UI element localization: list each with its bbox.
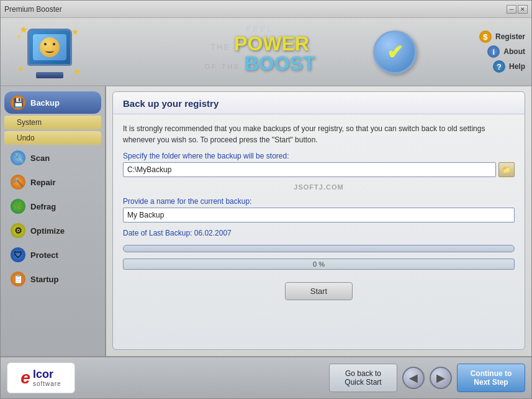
mascot-monitor xyxy=(27,29,72,66)
folder-field-group: Specify the folder where the backup will… xyxy=(123,152,515,177)
sidebar-item-repair[interactable]: 🔨 Repair xyxy=(4,171,101,193)
content-area: Back up your registry It is strongly rec… xyxy=(106,86,531,356)
folder-row: 📁 xyxy=(123,162,515,177)
register-button[interactable]: $ Register xyxy=(479,30,525,43)
header-tagline: FEEL THE POWER OF THE BOOST xyxy=(100,24,420,80)
panel-body: It is strongly recommended that you make… xyxy=(113,114,525,349)
title-bar: Premium Booster ─ ✕ xyxy=(1,1,531,18)
sidebar: 💾 Backup System Undo 🔧 Scan 🔨 Repair xyxy=(1,86,106,356)
footer: e lcor software Go back to Quick Start ◀… xyxy=(1,356,531,398)
next-button[interactable]: Continue to Next Step xyxy=(457,364,525,392)
folder-icon: 📁 xyxy=(502,166,511,174)
app-window: Premium Booster ─ ✕ ★ ★ ★ ★ ★ xyxy=(0,0,532,399)
star-icon: ★ xyxy=(16,33,22,40)
name-field-group: Provide a name for the current backup: xyxy=(123,197,515,222)
logo-e: e xyxy=(20,368,30,388)
star-icon: ★ xyxy=(73,66,81,76)
sidebar-item-scan[interactable]: 🔧 Scan xyxy=(4,147,101,169)
header: ★ ★ ★ ★ ★ xyxy=(1,18,531,86)
date-label: Date of Last Backup: 06.02.2007 xyxy=(123,229,515,237)
dollar-icon: $ xyxy=(479,30,492,43)
mascot-base xyxy=(36,72,63,78)
tagline-ofthe: OF THE xyxy=(205,63,241,73)
browse-button[interactable]: 📁 xyxy=(498,162,515,177)
footer-navigation: Go back to Quick Start ◀ ▶ Continue to N… xyxy=(329,364,525,392)
footer-logo: e lcor software xyxy=(7,362,75,393)
sidebar-item-optimize[interactable]: ⚙ Optimize xyxy=(4,219,101,242)
window-title: Premium Booster xyxy=(4,5,62,14)
tagline-the: THE xyxy=(210,43,230,53)
checkmark-icon: ✔ xyxy=(387,40,404,64)
defrag-icon: 🌿 xyxy=(11,199,25,214)
panel-header: Back up your registry xyxy=(113,92,525,114)
header-logo: ★ ★ ★ ★ ★ xyxy=(1,17,100,86)
sidebar-item-protect[interactable]: 🛡 Protect xyxy=(4,244,101,266)
startup-icon: 📋 xyxy=(11,272,25,287)
watermark: JSOFTJ.COM xyxy=(123,183,515,191)
back-button[interactable]: Go back to Quick Start xyxy=(329,364,397,392)
optimize-icon: ⚙ xyxy=(11,223,25,238)
folder-input[interactable] xyxy=(123,162,496,177)
left-arrow-icon: ◀ xyxy=(409,371,418,385)
star-icon: ★ xyxy=(17,65,24,73)
main-area: 💾 Backup System Undo 🔧 Scan 🔨 Repair xyxy=(1,86,531,356)
protect-icon: 🛡 xyxy=(11,247,25,262)
backup-icon: 💾 xyxy=(11,95,25,110)
progress-bar-2: 0 % xyxy=(123,259,515,270)
sidebar-item-backup[interactable]: 💾 Backup xyxy=(4,91,101,114)
name-input[interactable] xyxy=(123,208,515,222)
tagline-boost: BOOST xyxy=(245,53,315,73)
window-controls: ─ ✕ xyxy=(507,5,528,14)
name-label: Provide a name for the current backup: xyxy=(123,197,515,206)
help-button[interactable]: ? Help xyxy=(493,60,525,73)
sidebar-item-defrag[interactable]: 🌿 Defrag xyxy=(4,195,101,218)
sidebar-item-system[interactable]: System xyxy=(4,116,101,129)
star-icon: ★ xyxy=(71,27,79,37)
sidebar-item-startup[interactable]: 📋 Startup xyxy=(4,268,101,290)
progress-text: 0 % xyxy=(313,260,325,268)
next-arrow[interactable]: ▶ xyxy=(430,367,452,389)
repair-icon: 🔨 xyxy=(11,175,25,190)
backup-panel: Back up your registry It is strongly rec… xyxy=(112,91,525,350)
info-icon: i xyxy=(487,45,500,58)
back-arrow[interactable]: ◀ xyxy=(402,367,425,389)
sidebar-item-undo[interactable]: Undo xyxy=(4,131,101,145)
panel-description: It is strongly recommended that you make… xyxy=(123,123,515,145)
minimize-button[interactable]: ─ xyxy=(507,5,516,14)
scan-icon: 🔧 xyxy=(11,150,25,165)
progress-bar-1 xyxy=(123,244,515,252)
logo-software: software xyxy=(33,380,61,387)
panel-title: Back up your registry xyxy=(123,98,219,109)
tagline-power: POWER xyxy=(234,34,309,53)
header-right-buttons: $ Register i About ? Help xyxy=(420,30,531,73)
check-badge: ✔ xyxy=(373,30,417,74)
about-button[interactable]: i About xyxy=(487,45,525,58)
folder-label: Specify the folder where the backup will… xyxy=(123,152,515,160)
logo-text: lcor software xyxy=(33,369,61,388)
close-button[interactable]: ✕ xyxy=(518,5,528,14)
help-icon: ? xyxy=(493,60,505,73)
right-arrow-icon: ▶ xyxy=(436,371,445,385)
start-button[interactable]: Start xyxy=(285,282,353,300)
logo-lcor: lcor xyxy=(33,369,61,381)
